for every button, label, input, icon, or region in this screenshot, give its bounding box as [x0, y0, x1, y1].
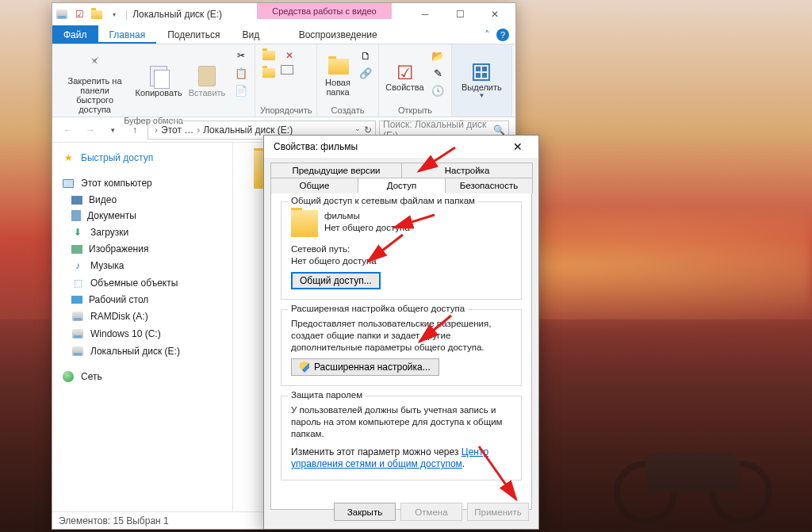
music-icon: ♪	[71, 259, 84, 272]
contextual-tab-header: Средства работы с видео	[257, 3, 392, 19]
close-button[interactable]: ✕	[477, 3, 512, 25]
tab-share[interactable]: Поделиться	[156, 25, 231, 44]
group-open-label: Открыть	[384, 105, 446, 115]
ribbon-new-folder-button[interactable]: Новая папка	[322, 48, 354, 105]
ribbon-paste-button[interactable]: Вставить	[185, 48, 229, 116]
search-icon: 🔍	[493, 124, 505, 136]
advanced-sharing-button[interactable]: Расширенная настройка...	[291, 358, 439, 376]
select-icon	[473, 63, 490, 81]
tab-home[interactable]: Главная	[98, 25, 157, 44]
minimize-button[interactable]: ─	[408, 3, 442, 25]
dialog-title: Свойства: фильмы	[274, 141, 358, 152]
tab-customize[interactable]: Настройка	[401, 163, 533, 178]
nav-item-ramdisk[interactable]: RAMDisk (A:)	[52, 308, 232, 325]
wallpaper-motorcycle	[614, 421, 772, 524]
nav-quick-access[interactable]: ★ Быстрый доступ	[52, 149, 232, 166]
download-icon: ⬇	[71, 226, 84, 239]
disk-icon	[71, 310, 84, 323]
nav-item-downloads[interactable]: ⬇Загрузки	[52, 224, 232, 241]
group-network-sharing: Общий доступ к сетевым файлам и папкам ф…	[281, 201, 522, 300]
qat-dropdown-icon[interactable]: ▾	[108, 8, 121, 21]
qat-folder-icon[interactable]	[90, 8, 103, 21]
cut-icon[interactable]: ✂	[232, 48, 250, 63]
help-icon[interactable]: ?	[496, 29, 509, 41]
contextual-tab: Средства работы с видео	[257, 3, 392, 19]
nav-item-images[interactable]: Изображения	[52, 241, 232, 257]
nav-up-button[interactable]: ↑	[125, 121, 144, 140]
pc-icon	[62, 177, 75, 189]
maximize-button[interactable]: ☐	[442, 3, 477, 25]
ribbon-properties-button[interactable]: ☑ Свойства	[384, 48, 426, 105]
folder-large-icon	[291, 210, 318, 237]
desktop-icon	[71, 296, 82, 304]
copy-icon	[150, 66, 167, 86]
new-item-icon[interactable]: 🗋	[357, 48, 374, 63]
ribbon-tabs: Файл Главная Поделиться Вид Воспроизведе…	[52, 25, 515, 44]
rename-icon[interactable]	[281, 65, 293, 75]
dialog-close-button[interactable]: ✕	[502, 140, 534, 153]
properties-dialog: Свойства: фильмы ✕ Предыдущие версии Нас…	[263, 135, 539, 530]
disk-icon	[71, 345, 84, 358]
crumb-this-pc[interactable]: Этот …	[161, 124, 193, 136]
nav-item-desktop[interactable]: Рабочий стол	[52, 292, 232, 308]
open-icon[interactable]: 📂	[429, 48, 446, 63]
nav-this-pc[interactable]: Этот компьютер	[52, 174, 232, 192]
pin-icon	[82, 49, 108, 75]
ribbon-pin-button[interactable]: Закрепить на панели быстрого доступа	[57, 48, 132, 116]
ribbon-select-button[interactable]: Выделить ▼	[457, 48, 507, 115]
tab-view[interactable]: Вид	[231, 25, 270, 44]
addr-refresh-icon[interactable]: ↻	[364, 124, 372, 136]
copy-to-icon[interactable]	[260, 65, 278, 81]
nav-item-local-e[interactable]: Локальный диск (E:)	[52, 343, 232, 360]
group-password-protection: Защита паролем У пользователей должны бы…	[281, 396, 522, 480]
history-icon[interactable]: 🕓	[429, 82, 446, 98]
tab-previous-versions[interactable]: Предыдущие версии	[270, 163, 402, 178]
nav-back-button[interactable]: ←	[59, 121, 78, 140]
disk-icon	[71, 327, 84, 340]
tab-general[interactable]: Общие	[270, 178, 358, 193]
nav-item-video[interactable]: Видео	[52, 192, 232, 208]
dialog-cancel-btn[interactable]: Отмена	[400, 503, 462, 521]
crumb-drive[interactable]: Локальный диск (E:)	[203, 124, 293, 136]
group-create-label: Создать	[322, 105, 373, 115]
delete-icon[interactable]: ✕	[281, 48, 298, 63]
tab-security[interactable]: Безопасность	[445, 178, 533, 193]
dialog-close-btn[interactable]: Закрыть	[334, 503, 396, 521]
doc-icon	[71, 210, 81, 221]
new-folder-icon	[328, 57, 347, 76]
star-icon: ★	[62, 151, 75, 164]
tab-sharing[interactable]: Доступ	[358, 178, 446, 193]
nav-forward-button[interactable]: →	[81, 121, 100, 140]
qat-disk-icon	[56, 8, 68, 21]
image-icon	[71, 245, 82, 254]
group-advanced-sharing: Расширенная настройка общего доступа Пре…	[281, 309, 522, 386]
nav-network[interactable]: Сеть	[52, 368, 232, 385]
nav-item-3d[interactable]: ⬚Объемные объекты	[52, 274, 232, 292]
ribbon-collapse-icon[interactable]: ˄	[485, 25, 490, 44]
network-icon	[62, 370, 75, 383]
nav-history-button[interactable]: ▾	[103, 121, 122, 140]
qat-properties-icon[interactable]: ☑	[73, 8, 86, 21]
paste-shortcut-icon[interactable]: 📄	[232, 82, 250, 98]
tab-file[interactable]: Файл	[52, 25, 98, 44]
dialog-titlebar[interactable]: Свойства: фильмы ✕	[264, 136, 538, 158]
easy-access-icon[interactable]: 🔗	[357, 65, 374, 81]
edit-icon[interactable]: ✎	[429, 65, 446, 81]
copy-path-icon[interactable]: 📋	[232, 65, 250, 81]
move-to-icon[interactable]	[260, 48, 278, 63]
tab-panel-sharing: Общий доступ к сетевым файлам и папкам ф…	[270, 193, 532, 510]
ribbon: Закрепить на панели быстрого доступа Коп…	[52, 44, 515, 117]
tab-playback[interactable]: Воспроизведение	[270, 25, 405, 44]
addr-dropdown-icon[interactable]: ⌄	[354, 124, 361, 136]
nav-item-music[interactable]: ♪Музыка	[52, 257, 232, 274]
video-icon	[71, 196, 82, 205]
nav-item-documents[interactable]: Документы	[52, 208, 232, 224]
paste-icon	[198, 66, 216, 86]
nav-item-windows[interactable]: Windows 10 (C:)	[52, 325, 232, 343]
cube-icon: ⬚	[71, 277, 84, 289]
properties-icon: ☑	[396, 62, 415, 81]
ribbon-copy-button[interactable]: Копировать	[136, 48, 182, 116]
shield-icon	[300, 362, 309, 373]
share-button[interactable]: Общий доступ...	[291, 272, 381, 289]
dialog-apply-btn[interactable]: Применить	[467, 503, 529, 521]
